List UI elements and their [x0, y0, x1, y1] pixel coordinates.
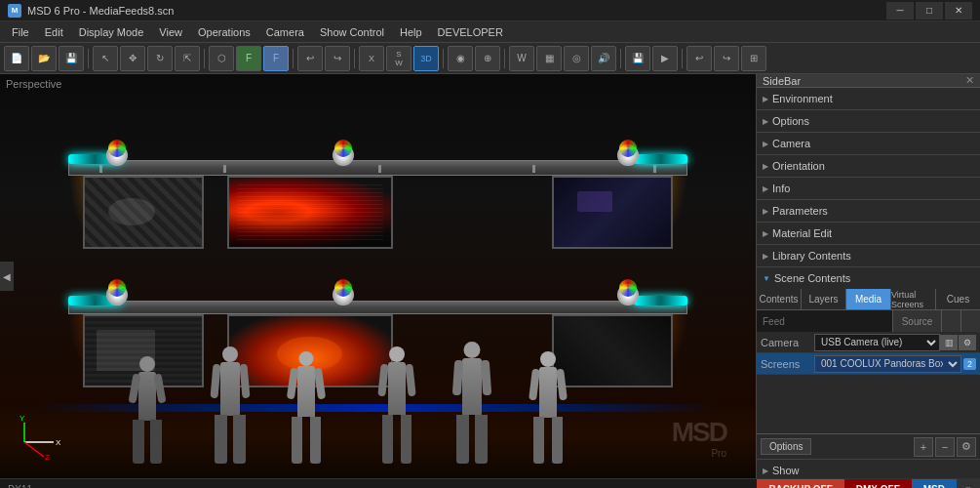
menu-operations[interactable]: Operations	[190, 21, 258, 43]
svg-line-2	[24, 442, 44, 457]
tb-3d[interactable]: 3D	[413, 46, 439, 71]
env-label: Environment	[772, 93, 833, 104]
tb-fixture[interactable]: F	[236, 46, 261, 71]
tb-redo[interactable]: ↪	[325, 46, 350, 71]
screen-top-right	[552, 176, 673, 249]
options-button[interactable]: Options	[761, 438, 811, 455]
tb-circle[interactable]: ◎	[564, 46, 589, 71]
menu-display-mode[interactable]: Display Mode	[71, 21, 152, 43]
lib-label: Library Contents	[772, 250, 851, 262]
cam-label: Camera	[772, 138, 810, 149]
settings-button[interactable]: ≡	[957, 479, 980, 489]
maximize-button[interactable]: □	[916, 2, 943, 20]
env-arrow-icon: ▶	[763, 95, 768, 103]
tb-sw[interactable]: SW	[386, 46, 412, 71]
tb-sound[interactable]: 🔊	[591, 46, 616, 71]
scene-contents-tabs: Contents Layers Media Virtual Screens Cu…	[757, 289, 980, 310]
tb-save[interactable]: 💾	[59, 46, 84, 71]
tb-sep-5	[443, 49, 444, 68]
mat-label: Material Edit	[772, 227, 832, 239]
section-options-header[interactable]: ▶ Options	[757, 110, 980, 132]
backup-button[interactable]: BACKUP OFF	[757, 479, 843, 489]
close-button[interactable]: ✕	[945, 2, 972, 20]
opt-label: Options	[772, 115, 809, 127]
section-camera-header[interactable]: ▶ Camera	[757, 133, 980, 154]
screens-dropdown[interactable]: 001 COOLUX Pandoras Box @ 1...	[814, 355, 961, 373]
par-arrow-icon: ▶	[763, 207, 768, 216]
menu-file[interactable]: File	[4, 21, 37, 43]
tab-virtual-screens[interactable]: Virtual Screens	[891, 289, 936, 309]
section-material-edit-header[interactable]: ▶ Material Edit	[757, 223, 980, 244]
section-orientation-header[interactable]: ▶ Orientation	[757, 155, 980, 177]
tab-media[interactable]: Media	[846, 289, 891, 309]
stage-scene: MSD Pro X Y Z	[0, 74, 756, 478]
section-info-header[interactable]: ▶ Info	[757, 178, 980, 199]
tb-select[interactable]: ↖	[93, 46, 118, 71]
cam-arrow-icon: ▶	[763, 140, 768, 148]
menu-help[interactable]: Help	[392, 21, 430, 43]
tb-extra[interactable]: ⊞	[741, 46, 766, 71]
tb-fixture3[interactable]: ◉	[448, 46, 473, 71]
scene-settings-button[interactable]: ⚙	[957, 437, 976, 457]
tb-polygon[interactable]: ⬡	[209, 46, 234, 71]
add-scene-button[interactable]: +	[914, 437, 933, 457]
menu-edit[interactable]: Edit	[37, 21, 71, 43]
menu-camera[interactable]: Camera	[258, 21, 312, 43]
tab-cues[interactable]: Cues	[936, 289, 980, 309]
show-arrow-icon: ▶	[763, 467, 768, 475]
remove-scene-button[interactable]: −	[935, 437, 955, 457]
section-environment-header[interactable]: ▶ Environment	[757, 88, 980, 109]
msd-button[interactable]: MSD	[912, 479, 957, 489]
camera-dropdown[interactable]: USB Camera (live)	[814, 334, 940, 351]
tb-target[interactable]: ⊕	[475, 46, 500, 71]
ori-label: Orientation	[772, 160, 825, 172]
light-fixture-tl	[106, 144, 132, 170]
tb-undo[interactable]: ↩	[297, 46, 323, 71]
truss-strut-4	[532, 165, 535, 173]
figure-5	[453, 342, 490, 464]
tb-x-axis[interactable]: X	[359, 46, 384, 71]
tb-grid[interactable]: ▦	[536, 46, 562, 71]
source-label: Source	[892, 310, 941, 332]
tb-new[interactable]: 📄	[4, 46, 29, 71]
tb-sep-3	[293, 49, 294, 68]
tb-rotate[interactable]: ↻	[147, 46, 173, 71]
main-content: Perspective ◀	[0, 74, 980, 478]
scene-search-row: Source	[757, 310, 980, 332]
tb-fixture2[interactable]: F	[263, 46, 289, 71]
tb-redo2[interactable]: ↪	[714, 46, 739, 71]
section-library-contents-header[interactable]: ▶ Library Contents	[757, 245, 980, 266]
menu-view[interactable]: View	[151, 21, 190, 43]
section-scene-contents: ▼ Scene Contents Contents Layers Media V…	[757, 267, 980, 460]
scene-options-bar: Options + − ⚙	[757, 433, 980, 459]
col-btn-1[interactable]	[941, 310, 960, 332]
tb-w[interactable]: W	[509, 46, 534, 71]
tb-undo2[interactable]: ↩	[686, 46, 712, 71]
col-btn-2[interactable]	[960, 310, 980, 332]
tb-open[interactable]: 📂	[31, 46, 57, 71]
section-scene-contents-header[interactable]: ▼ Scene Contents	[757, 267, 980, 289]
tb-save2[interactable]: 💾	[625, 46, 650, 71]
camera-value: USB Camera (live)	[814, 334, 940, 351]
camera-col-btn[interactable]: ▥	[940, 335, 958, 350]
screen-top-center	[227, 176, 394, 249]
tab-contents[interactable]: Contents	[757, 289, 802, 309]
figure-6	[529, 351, 567, 464]
sidebar-close-icon[interactable]: ✕	[965, 74, 974, 87]
viewport-left-arrow[interactable]: ◀	[0, 262, 14, 291]
dmx-button[interactable]: DMX OFF	[844, 479, 912, 489]
light-fixture-mc	[333, 284, 358, 309]
menu-developer[interactable]: DEVELOPER	[430, 21, 511, 43]
screens-row: Screens 001 COOLUX Pandoras Box @ 1... 2	[757, 353, 980, 375]
tb-play[interactable]: ▶	[652, 46, 678, 71]
tb-move[interactable]: ✥	[120, 46, 145, 71]
section-parameters-header[interactable]: ▶ Parameters	[757, 200, 980, 222]
tb-sep-8	[682, 49, 683, 68]
camera-settings-btn[interactable]: ⚙	[959, 335, 976, 350]
tab-layers[interactable]: Layers	[802, 289, 846, 309]
feed-search-input[interactable]	[757, 310, 892, 332]
minimize-button[interactable]: ─	[886, 2, 914, 20]
menu-show-control[interactable]: Show Control	[312, 21, 392, 43]
tb-scale[interactable]: ⇱	[175, 46, 200, 71]
viewport[interactable]: Perspective ◀	[0, 74, 756, 478]
